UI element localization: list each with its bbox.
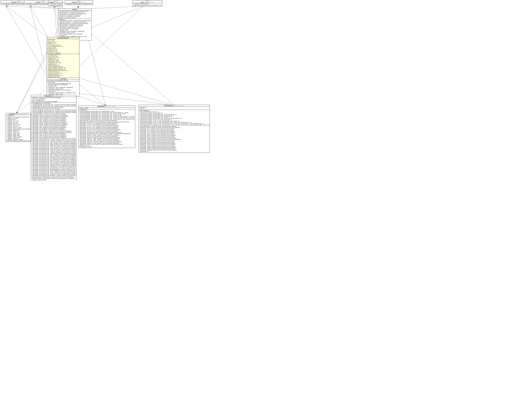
member-row: + append(arg0 : int) : org.apache.common… [139, 130, 209, 131]
member-row: + append(arg0 : short, arg1 : short) : o… [79, 125, 135, 127]
member-row: # locationsFile : List<DataFiles.Locatio… [59, 16, 91, 17]
member-row: + hashCode() : int [59, 35, 91, 36]
member-row: + append(arg0 : java.lang.String, arg1 :… [31, 166, 76, 168]
member-row: + DataFiles() [59, 19, 91, 20]
member-row: + append(arg0 : java.lang.String, arg1 :… [31, 138, 76, 140]
member-row: # directory : String [47, 47, 79, 48]
member-row: + equals(arg0 : java.lang.Object, arg1 :… [66, 3, 92, 5]
member-row: + reflectionHashCode(arg0 : java.lang.Ob… [139, 115, 209, 117]
member-row: + append(arg0 : java.lang.Object[]) : or… [139, 139, 209, 140]
member-row: + append(arg0 : java.lang.String, arg1 :… [31, 170, 76, 171]
member-row: + reflectionHashCode(arg0 : int, arg1 : … [139, 122, 209, 123]
member-row: + append(arg0 : int, arg1 : int) : org.a… [79, 124, 135, 125]
member-row: + equals(object : Object) : boolean [59, 32, 91, 33]
member-row: + copy(arg0 : long[]) : long[] [6, 130, 30, 131]
member-row: # setEquals(arg0 : boolean) [79, 146, 135, 148]
member-row: + reflectionEquals(arg0 : java.lang.Obje… [79, 113, 135, 115]
member-row: + copy(arg0 : short[]) : short[] [6, 132, 30, 134]
member-row: + copy(arg0 : char[]) : char[] [6, 134, 30, 135]
member-row: + getFullMovementFile() : List<DataFiles… [59, 22, 91, 23]
member-row: + copy(arg0 : int) : int [6, 119, 30, 121]
member-row: + append(arg0 : short[], arg1 : short[])… [79, 137, 135, 139]
member-row: + reflectionHashCode(arg0 : int, arg1 : … [139, 119, 209, 121]
member-row: + append(arg0 : int[], arg1 : int[]) : o… [79, 136, 135, 137]
member-row: + append(arg0 : char) : org.apache.commo… [31, 120, 76, 121]
member-row: + append(arg0 : int[]) : org.apache.comm… [139, 142, 209, 143]
member-row: + appendSuper(arg0 : boolean) : org.apac… [79, 120, 135, 121]
member-row: + append(arg0 : double) : org.apache.com… [139, 135, 209, 136]
member-row: + append(arg0 : java.lang.String, arg1 :… [31, 173, 76, 174]
member-row: + append(arg0 : java.lang.Object[], arg1… [79, 133, 135, 134]
member-row: # locationColumn : int [47, 48, 79, 50]
member-row: + copyTo(target : Object) : Object [47, 93, 79, 95]
member-row: + append(arg0 : java.lang.String, arg1 :… [31, 157, 76, 158]
member-row: + append(arg0 : boolean) : org.apache.co… [31, 115, 76, 116]
member-row: + append(arg0 : java.lang.Object[]) : or… [31, 132, 76, 133]
member-row: + append(arg0 : java.lang.String, arg1 :… [31, 174, 76, 175]
member-row: + append(arg0 : long, arg1 : long) : org… [79, 122, 135, 124]
member-row: # idColumn : int [47, 43, 79, 45]
member-row: + copy(arg0 : int[]) : int[] [6, 131, 30, 132]
member-row: + append(arg0 : java.lang.String, arg1 :… [31, 154, 76, 156]
member-row: + reflectionHashCode(arg0 : int, arg1 : … [139, 123, 209, 124]
member-row: + append(arg0 : java.lang.String, arg1 :… [31, 156, 76, 157]
member-row: + getStringBuffer() : java.lang.StringBu… [31, 180, 76, 181]
member-row: + append(arg0 : char[]) : org.apache.com… [31, 121, 76, 123]
member-row: + setIdColumn(value : int) [47, 65, 79, 66]
member-row: + copy(arg0 : byte[]) : byte[] [6, 135, 30, 136]
member-row: + append(arg0 : short) : org.apache.comm… [139, 131, 209, 132]
member-row: + append(arg0 : java.lang.String, arg1 :… [31, 168, 76, 169]
member-row: + copy(arg0 : long) : long [6, 118, 30, 119]
member-row: + copy(arg0 : java.lang.Object) : java.l… [6, 116, 30, 118]
member-row: + append(arg0 : long[]) : org.apache.com… [31, 134, 76, 136]
member-row: # movementDateColumn : int [47, 45, 79, 46]
member-row: + getName() : String [47, 56, 79, 57]
member-row: + setLocationColumn(value : int) [47, 73, 79, 74]
member-row: - style : org.apache.commons.lang.builde… [31, 101, 76, 102]
member-row: + append(arg0 : byte, arg1 : byte) : org… [79, 128, 135, 129]
member-row: + append(arg0 : float[]) : org.apache.co… [31, 127, 76, 128]
class-customtags: CustomTags # customTag : List<CustomTags… [47, 78, 79, 96]
class-datafiles: DataFiles # directedMovementFile : List<… [58, 9, 92, 40]
member-row: + reflectionToString(arg0 : java.lang.Ob… [31, 112, 76, 113]
member-row: + reflectionToString(arg0 : java.lang.Ob… [31, 111, 76, 112]
member-row: + reflectionEquals(arg0 : java.lang.Obje… [79, 115, 135, 116]
member-row: + append(arg0 : double[]) : org.apache.c… [139, 147, 209, 148]
member-row: + getLocationsFile() : List<DataFiles.Lo… [59, 26, 91, 27]
member-row: + append(arg0 : boolean[], arg1 : boolea… [79, 144, 135, 145]
member-row: + append(arg0 : java.lang.String, arg1 :… [31, 141, 76, 142]
member-row: + append(arg0 : byte) : org.apache.commo… [31, 117, 76, 119]
member-row: + copy(arg0 : boolean[]) : boolean[] [6, 139, 30, 140]
member-row: + append(arg0 : java.lang.String, arg1 :… [31, 145, 76, 146]
member-row: + getSeparator() : String [47, 61, 79, 62]
member-row: + setMovementDirectionColumn(value : int… [47, 70, 79, 71]
member-row: + append(arg0 : java.lang.Object, arg1 :… [79, 121, 135, 123]
member-row: + append(arg0 : java.lang.String, arg1 :… [31, 148, 76, 149]
member-row: + getSpeciesColumn() : int [47, 74, 79, 75]
member-row: + append(arg0 : byte[]) : org.apache.com… [31, 119, 76, 120]
member-row: + append(arg0 : short[]) : org.apache.co… [139, 143, 209, 144]
member-row: # fullMovementFile : List<DataFiles.Full… [59, 12, 91, 13]
member-row: + getDirectedMovementFile() : List<DataF… [59, 20, 91, 22]
member-row: # directedMovementFile : List<DataFiles.… [59, 10, 91, 12]
member-row: - iTotal : int [139, 108, 209, 110]
class-equalsbuilder: EqualsBuilderorg.apache.commons.lang.bui… [78, 105, 135, 148]
member-row: # separator : String [47, 42, 79, 43]
member-row: + copy(arg0 : char) : char [6, 122, 30, 123]
member-row: + toString() : String [59, 29, 91, 31]
member-row: + createCopy() : java.lang.Object [49, 3, 62, 5]
member-row: + setSeparator(value : String) [47, 62, 79, 64]
member-row: + getObject() : java.lang.Object [31, 179, 76, 181]
member-row: + appendSuper(arg0 : java.lang.String) :… [31, 177, 76, 178]
member-row: + ToStringBuilder(arg0 : java.lang.Objec… [31, 103, 76, 104]
member-row: + append(arg0 : boolean) : org.apache.co… [139, 138, 209, 139]
member-row: + EqualsBuilder() [79, 109, 135, 111]
member-row: + equals(object : Object) : boolean [47, 88, 79, 90]
member-row: + append(arg0 : boolean[]) : org.apache.… [31, 116, 76, 117]
member-row: + append(arg0 : java.lang.String, arg1 :… [31, 153, 76, 154]
member-row: + append(arg0 : byte) : org.apache.commo… [139, 134, 209, 135]
member-row: - reflectionAppend(arg0 : java.lang.Obje… [139, 124, 209, 126]
member-row: + append(arg0 : char, arg1 : char) : org… [79, 127, 135, 128]
member-row: + reflectionEquals(arg0 : java.lang.Obje… [79, 112, 135, 113]
member-row: + getMovementDateColumn() : int [47, 66, 79, 67]
